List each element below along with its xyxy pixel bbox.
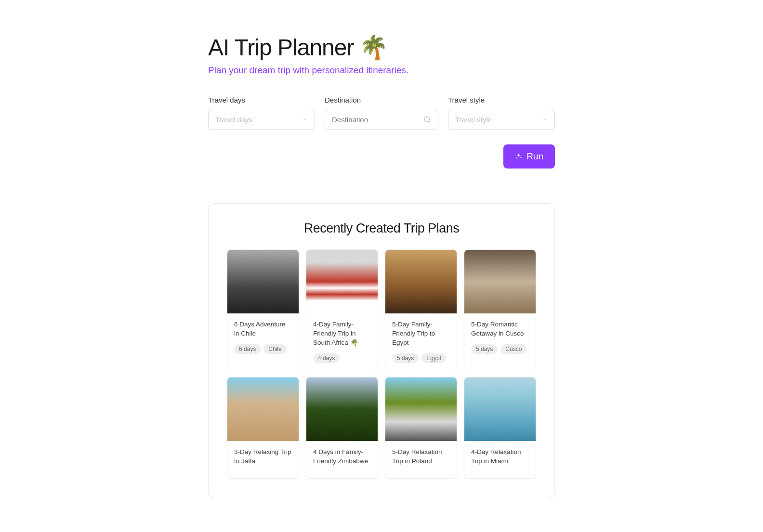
recent-panel: Recently Created Trip Plans 6 Days Adven… [208, 203, 555, 498]
tag-destination: Egypt [421, 353, 446, 363]
card-body: 5-Day Family-Friendly Trip to Egypt 5 da… [385, 313, 457, 370]
page-title: AI Trip Planner 🌴 [208, 34, 555, 61]
svg-line-1 [429, 121, 430, 122]
trip-card[interactable]: 5-Day Relaxation Trip in Poland [385, 377, 457, 479]
tag-days: 5 days [392, 353, 419, 363]
travel-style-select[interactable]: Travel style [448, 109, 555, 130]
card-tags: 4 days [313, 353, 371, 363]
tag-days: 6 days [234, 344, 261, 354]
card-title: 5-Day Family-Friendly Trip to Egypt [392, 320, 450, 348]
card-title: 6 Days Adventure in Chile [234, 320, 292, 338]
destination-group: Destination [325, 96, 438, 130]
card-body: 4-Day Family-Friendly Trip in South Afri… [306, 313, 378, 370]
destination-input[interactable] [332, 116, 423, 124]
tag-destination: Chile [263, 344, 286, 354]
run-row: Run [208, 144, 555, 169]
run-button[interactable]: Run [503, 144, 555, 169]
recent-title: Recently Created Trip Plans [227, 221, 536, 236]
search-icon [423, 116, 431, 123]
title-text: AI Trip Planner [208, 34, 354, 61]
card-body: 4 Days in Family-Friendly Zimbabwe [306, 441, 378, 479]
chevron-down-icon [302, 117, 308, 122]
card-tags: 5 daysEgypt [392, 353, 450, 363]
page-subtitle: Plan your dream trip with personalized i… [208, 65, 555, 76]
card-title: 4-Day Family-Friendly Trip in South Afri… [313, 320, 371, 348]
travel-days-group: Travel days Travel days [208, 96, 315, 130]
card-image [464, 250, 536, 313]
trip-card[interactable]: 5-Day Family-Friendly Trip to Egypt 5 da… [385, 249, 457, 370]
sparkle-icon [515, 153, 523, 160]
card-tags: 5 daysCusco [471, 344, 529, 354]
trip-card[interactable]: 3-Day Relaxing Trip to Jaffa [227, 377, 299, 479]
trip-card[interactable]: 4-Day Family-Friendly Trip in South Afri… [306, 249, 378, 370]
trip-card[interactable]: 4 Days in Family-Friendly Zimbabwe [306, 377, 378, 479]
svg-point-0 [424, 117, 430, 122]
trip-card[interactable]: 6 Days Adventure in Chile 6 daysChile [227, 249, 299, 370]
card-image [306, 250, 378, 313]
travel-days-label: Travel days [208, 96, 315, 104]
card-title: 4 Days in Family-Friendly Zimbabwe [313, 448, 371, 466]
destination-input-wrapper[interactable] [325, 109, 438, 130]
card-title: 5-Day Romantic Getaway in Cusco [471, 320, 529, 338]
travel-style-group: Travel style Travel style [448, 96, 555, 130]
destination-label: Destination [325, 96, 438, 104]
card-body: 6 Days Adventure in Chile 6 daysChile [227, 313, 299, 361]
card-body: 5-Day Relaxation Trip in Poland [385, 441, 457, 479]
card-body: 4-Day Relaxation Trip in Miami [464, 441, 536, 479]
trip-card[interactable]: 4-Day Relaxation Trip in Miami [464, 377, 536, 479]
card-image [306, 377, 378, 441]
form-row: Travel days Travel days Destination Trav… [208, 96, 555, 130]
card-title: 3-Day Relaxing Trip to Jaffa [234, 448, 292, 466]
tag-destination: Cusco [500, 344, 526, 354]
travel-style-label: Travel style [448, 96, 555, 104]
card-image [227, 377, 299, 441]
run-label: Run [526, 151, 543, 162]
card-image [385, 377, 457, 441]
cards-grid: 6 Days Adventure in Chile 6 daysChile 4-… [227, 249, 536, 479]
card-title: 4-Day Relaxation Trip in Miami [471, 448, 529, 466]
card-body: 3-Day Relaxing Trip to Jaffa [227, 441, 299, 479]
card-image [227, 250, 299, 313]
travel-days-placeholder: Travel days [215, 116, 252, 124]
card-image [385, 250, 457, 313]
palm-tree-icon: 🌴 [359, 34, 388, 61]
chevron-down-icon [542, 117, 548, 122]
card-image [464, 377, 536, 441]
card-title: 5-Day Relaxation Trip in Poland [392, 448, 450, 466]
card-body: 5-Day Romantic Getaway in Cusco 5 daysCu… [464, 313, 536, 361]
travel-days-select[interactable]: Travel days [208, 109, 315, 130]
trip-card[interactable]: 5-Day Romantic Getaway in Cusco 5 daysCu… [464, 249, 536, 370]
card-tags: 6 daysChile [234, 344, 292, 354]
tag-days: 5 days [471, 344, 498, 354]
tag-days: 4 days [313, 353, 340, 363]
travel-style-placeholder: Travel style [455, 116, 492, 124]
